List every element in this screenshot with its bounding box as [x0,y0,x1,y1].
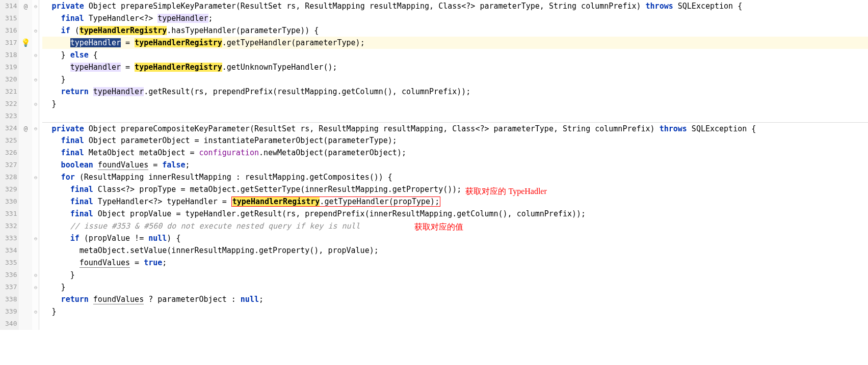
code-line[interactable]: } [42,269,868,281]
code-line[interactable]: private Object prepareCompositeKeyParame… [42,122,868,134]
code-line[interactable]: return typeHandler.getResult(rs, prepend… [42,86,868,98]
line-number[interactable]: 329 [5,183,17,195]
line-number[interactable]: 315 [5,12,17,24]
line-number[interactable]: 318 [5,49,17,61]
line-number[interactable]: 321 [5,86,17,98]
code-editor[interactable]: 314 315 316 317 318 319 320 321 322 323 … [0,0,868,330]
fold-toggle-icon[interactable]: ⊖ [32,98,39,110]
intention-bulb-icon[interactable]: 💡 [21,38,31,47]
highlighted-identifier: typeHandler [157,14,208,23]
line-number[interactable]: 319 [5,61,17,73]
search-match: typeHandlerRegistry [135,38,222,47]
annotation-text: 获取对应的值 [414,221,463,233]
line-number[interactable]: 336 [5,269,17,281]
code-line[interactable]: if (propValue != null) { [42,232,868,244]
fold-toggle-icon[interactable]: ⊖ [32,122,39,134]
code-line[interactable]: } [42,305,868,318]
code-line[interactable]: private Object prepareSimpleKeyParameter… [42,0,868,12]
code-line[interactable]: final MetaObject metaObject = configurat… [42,147,868,159]
fold-toggle-icon[interactable]: ⊖ [32,171,39,183]
code-line[interactable]: foundValues = true; [42,257,868,269]
line-number[interactable]: 337 [5,281,17,293]
code-line[interactable] [42,110,868,122]
code-line[interactable]: for (ResultMapping innerResultMapping : … [42,171,868,183]
line-number[interactable]: 317 [5,37,17,49]
red-box-annotation: typeHandlerRegistry.getTypeHandler(propT… [231,196,440,207]
line-number-gutter: 314 315 316 317 318 319 320 321 322 323 … [0,0,19,330]
fold-toggle-icon[interactable]: ⊖ [32,232,39,244]
code-line[interactable] [42,318,868,330]
vcs-marker[interactable]: @ [19,122,32,134]
code-line[interactable]: } [42,281,868,293]
code-line[interactable]: } else { [42,49,868,61]
code-line[interactable]: // issue #353 & #560 do not execute nest… [42,220,868,232]
code-line[interactable]: if (typeHandlerRegistry.hasTypeHandler(p… [42,24,868,37]
line-number[interactable]: 323 [5,110,17,122]
search-match: typeHandlerRegistry [135,63,222,72]
selected-text: typeHandler [70,38,121,47]
line-number[interactable]: 339 [5,305,17,318]
code-line[interactable]: typeHandler = typeHandlerRegistry.getUnk… [42,61,868,73]
highlighted-identifier: typeHandler [70,63,121,72]
line-number[interactable]: 320 [5,73,17,86]
line-number[interactable]: 340 [5,318,17,330]
code-line[interactable]: final TypeHandler<?> typeHandler; [42,12,868,24]
fold-toggle-icon[interactable]: ⊖ [32,24,39,37]
code-content[interactable]: private Object prepareSimpleKeyParameter… [39,0,868,330]
line-number[interactable]: 332 [5,220,17,232]
code-line[interactable]: metaObject.setValue(innerResultMapping.g… [42,244,868,257]
code-line[interactable]: } [42,73,868,86]
fold-gutter: ⊖ ⊖ ⊖ ⊖ ⊖ ⊖ ⊖ ⊖ ⊖ ⊖ ⊖ [32,0,39,330]
line-number[interactable]: 316 [5,24,17,37]
code-line[interactable]: } [42,98,868,110]
code-line[interactable]: final TypeHandler<?> typeHandler = typeH… [42,195,868,208]
line-number[interactable]: 334 [5,244,17,257]
line-number[interactable]: 330 [5,195,17,208]
fold-toggle-icon[interactable]: ⊖ [32,281,39,293]
line-number[interactable]: 322 [5,98,17,110]
line-number[interactable]: 327 [5,159,17,171]
fold-toggle-icon[interactable]: ⊖ [32,305,39,318]
search-match: typeHandlerRegistry [232,197,320,206]
highlighted-identifier: typeHandler [93,87,144,96]
line-number[interactable]: 325 [5,134,17,147]
line-number[interactable]: 324 [5,122,17,134]
code-line[interactable]: final Object propValue = typeHandler.get… [42,208,868,220]
line-number[interactable]: 331 [5,208,17,220]
vcs-marker[interactable]: @ [19,0,32,12]
annotation-gutter: @ 💡 @ [19,0,32,330]
code-line[interactable]: final Class<?> propType = metaObject.get… [42,183,868,195]
line-number[interactable]: 333 [5,232,17,244]
search-match: typeHandlerRegistry [80,26,167,35]
fold-toggle-icon[interactable]: ⊖ [32,49,39,61]
line-number[interactable]: 335 [5,257,17,269]
line-number[interactable]: 326 [5,147,17,159]
code-line[interactable]: boolean foundValues = false; [42,159,868,171]
line-number[interactable]: 328 [5,171,17,183]
fold-toggle-icon[interactable]: ⊖ [32,269,39,281]
code-line[interactable]: return foundValues ? parameterObject : n… [42,293,868,305]
fold-toggle-icon[interactable]: ⊖ [32,0,39,12]
code-line-current[interactable]: typeHandler = typeHandlerRegistry.getTyp… [42,37,868,49]
line-number[interactable]: 338 [5,293,17,305]
fold-toggle-icon[interactable]: ⊖ [32,73,39,86]
line-number[interactable]: 314 [5,0,17,12]
code-line[interactable]: final Object parameterObject = instantia… [42,134,868,147]
